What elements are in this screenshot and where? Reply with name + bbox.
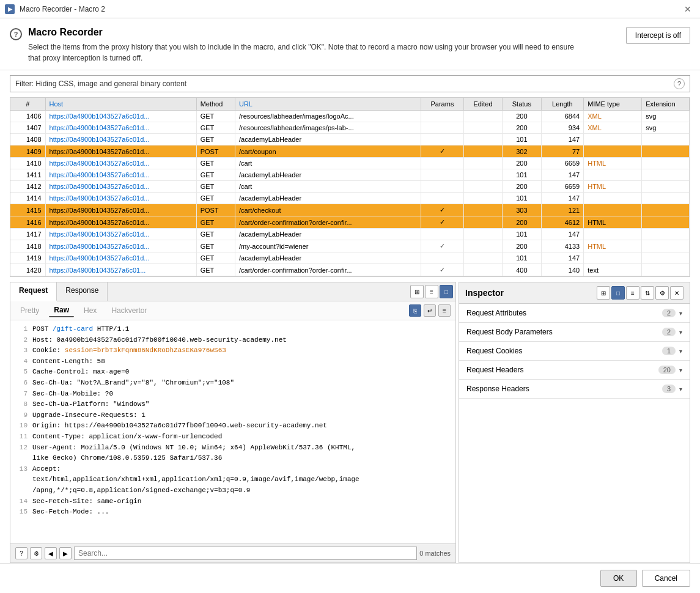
- table-row[interactable]: 1414 https://0a4900b1043527a6c01d... GET…: [10, 193, 690, 204]
- cell-host: https://0a4900b1043527a6c01...: [45, 264, 196, 276]
- search-next-icon[interactable]: ▶: [59, 547, 72, 559]
- line-content: like Gecko) Chrome/108.0.5359.125 Safari…: [32, 453, 451, 464]
- inspector-section-header[interactable]: Response Headers 3 ▾: [459, 380, 690, 398]
- col-header-url[interactable]: URL: [235, 98, 421, 111]
- cell-mime: [584, 229, 642, 240]
- search-settings-icon[interactable]: ⚙: [30, 547, 42, 559]
- cell-host: https://0a4900b1043527a6c01d...: [45, 216, 196, 229]
- cell-host: https://0a4900b1043527a6c01d...: [45, 169, 196, 181]
- cell-status: 200: [503, 216, 541, 229]
- close-button[interactable]: ✕: [680, 3, 695, 15]
- inspector-list-icon[interactable]: ≡: [626, 286, 639, 300]
- line-content: /apng,*/*;q=0.8,application/signed-excha…: [32, 485, 451, 496]
- inspector-section-header[interactable]: Request Body Parameters 2 ▾: [459, 323, 690, 341]
- inspector-section-header[interactable]: Request Cookies 1 ▾: [459, 342, 690, 360]
- inspector-single-icon[interactable]: □: [611, 286, 625, 300]
- col-header-params[interactable]: Params: [421, 98, 464, 111]
- inspector-section-count: 2: [662, 309, 676, 317]
- filter-bar: Filter: Hiding CSS, image and general bi…: [10, 75, 690, 92]
- chevron-down-icon: ▾: [679, 367, 682, 374]
- cell-mime: [584, 169, 642, 181]
- line-content: Upgrade-Insecure-Requests: 1: [32, 410, 451, 421]
- col-header-method[interactable]: Method: [196, 98, 235, 111]
- cell-url: /cart/checkout: [235, 204, 421, 216]
- table-row[interactable]: 1418 https://0a4900b1043527a6c01d... GET…: [10, 240, 690, 252]
- code-line: /apng,*/*;q=0.8,application/signed-excha…: [15, 485, 451, 496]
- code-editor[interactable]: 1POST /gift-card HTTP/1.12Host: 0a4900b1…: [10, 320, 455, 543]
- cell-params: [421, 111, 464, 122]
- copy-icon[interactable]: ⎘: [409, 304, 421, 317]
- search-input[interactable]: [74, 547, 417, 560]
- cancel-button[interactable]: Cancel: [642, 570, 690, 587]
- cell-ext: [642, 252, 690, 264]
- line-number: [15, 474, 32, 485]
- wrap-icon[interactable]: ↵: [424, 304, 436, 317]
- table-row[interactable]: 1416 https://0a4900b1043527a6c01d... GET…: [10, 216, 690, 229]
- cell-num: 1415: [10, 204, 45, 216]
- view-single-icon[interactable]: □: [440, 285, 453, 298]
- table-row[interactable]: 1415 https://0a4900b1043527a6c01d... POS…: [10, 204, 690, 216]
- cell-method: GET: [196, 216, 235, 229]
- menu-icon[interactable]: ≡: [438, 304, 451, 317]
- table-row[interactable]: 1420 https://0a4900b1043527a6c01... GET …: [10, 264, 690, 276]
- inspector-sort-icon[interactable]: ⇅: [641, 286, 654, 300]
- ok-button[interactable]: OK: [600, 570, 637, 587]
- inspector-section: Request Attributes 2 ▾: [459, 304, 690, 323]
- filter-help-icon[interactable]: ?: [674, 78, 685, 89]
- table-row[interactable]: 1406 https://0a4900b1043527a6c01d... GET…: [10, 111, 690, 122]
- chevron-down-icon: ▾: [679, 310, 682, 317]
- inspector-split-icon[interactable]: ⊞: [597, 286, 610, 300]
- cell-params: [421, 252, 464, 264]
- cell-mime: [584, 145, 642, 158]
- view-split-icon[interactable]: ⊞: [410, 285, 424, 298]
- line-number: 11: [15, 432, 32, 443]
- cell-host: https://0a4900b1043527a6c01d...: [45, 240, 196, 252]
- table-row[interactable]: 1411 https://0a4900b1043527a6c01d... GET…: [10, 169, 690, 181]
- col-header-status[interactable]: Status: [503, 98, 541, 111]
- subtab-hackvertor[interactable]: Hackvertor: [106, 304, 152, 317]
- search-prev-icon[interactable]: ◀: [45, 547, 57, 559]
- inspector-settings-icon[interactable]: ⚙: [655, 286, 669, 300]
- cell-ext: svg: [642, 111, 690, 122]
- inspector-section-header[interactable]: Request Headers 20 ▾: [459, 361, 690, 379]
- inspector-close-icon[interactable]: ✕: [670, 286, 683, 300]
- table-row[interactable]: 1419 https://0a4900b1043527a6c01d... GET…: [10, 252, 690, 264]
- intercept-button[interactable]: Intercept is off: [626, 27, 690, 44]
- code-line: 10Origin: https://0a4900b1043527a6c01d77…: [15, 421, 451, 432]
- cell-ext: [642, 264, 690, 276]
- code-line: 12User-Agent: Mozilla/5.0 (Windows NT 10…: [15, 443, 451, 454]
- table-row[interactable]: 1412 https://0a4900b1043527a6c01d... GET…: [10, 181, 690, 193]
- subtab-pretty[interactable]: Pretty: [15, 304, 44, 317]
- cell-host: https://0a4900b1043527a6c01d...: [45, 122, 196, 134]
- search-help-icon[interactable]: ?: [15, 547, 28, 559]
- table-row[interactable]: 1409 https://0a4900b1043527a6c01d... POS…: [10, 145, 690, 158]
- table-row[interactable]: 1417 https://0a4900b1043527a6c01d... GET…: [10, 229, 690, 240]
- col-header-num[interactable]: #: [10, 98, 45, 111]
- line-content: POST /gift-card HTTP/1.1: [32, 324, 451, 335]
- cell-num: 1408: [10, 134, 45, 145]
- tab-response[interactable]: Response: [57, 282, 108, 301]
- table-row[interactable]: 1408 https://0a4900b1043527a6c01d... GET…: [10, 134, 690, 145]
- cell-num: 1416: [10, 216, 45, 229]
- table-row[interactable]: 1410 https://0a4900b1043527a6c01d... GET…: [10, 158, 690, 169]
- inspector-section-header[interactable]: Request Attributes 2 ▾: [459, 304, 690, 322]
- cell-status: 200: [503, 122, 541, 134]
- col-header-length[interactable]: Length: [541, 98, 584, 111]
- cell-params: ✓: [421, 240, 464, 252]
- view-list-icon[interactable]: ≡: [425, 285, 438, 298]
- tab-request[interactable]: Request: [10, 282, 57, 301]
- col-header-ext[interactable]: Extension: [642, 98, 690, 111]
- inspector-body: Request Attributes 2 ▾ Request Body Para…: [459, 304, 690, 562]
- table-row[interactable]: 1407 https://0a4900b1043527a6c01d... GET…: [10, 122, 690, 134]
- code-line: 7Sec-Ch-Ua-Mobile: ?0: [15, 389, 451, 400]
- cell-ext: [642, 134, 690, 145]
- col-header-host[interactable]: Host: [45, 98, 196, 111]
- col-header-mime[interactable]: MIME type: [584, 98, 642, 111]
- cell-url: /cart/order-confirmation?order-confir...: [235, 216, 421, 229]
- window-title: Macro Recorder - Macro 2: [20, 5, 105, 13]
- subtab-raw[interactable]: Raw: [49, 304, 74, 317]
- subtab-hex[interactable]: Hex: [79, 304, 101, 317]
- cell-length: 6659: [541, 158, 584, 169]
- inspector-section-count: 2: [662, 328, 676, 336]
- col-header-edited[interactable]: Edited: [463, 98, 502, 111]
